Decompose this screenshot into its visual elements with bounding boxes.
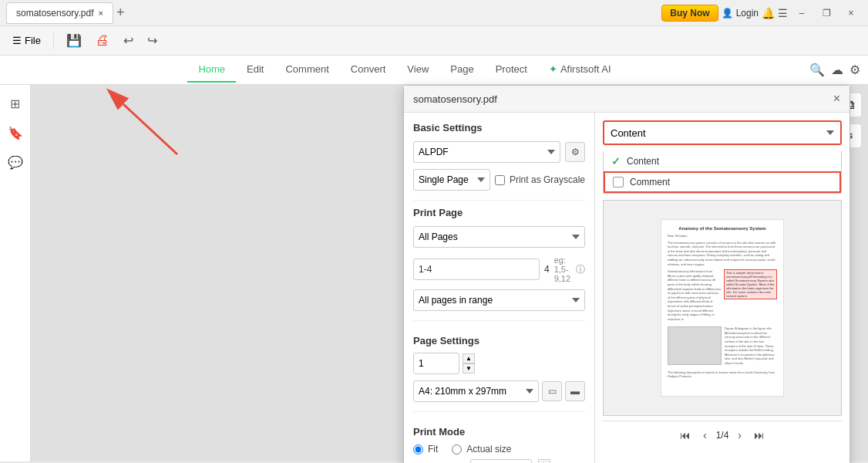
copies-input[interactable]	[413, 353, 459, 374]
page-view-select[interactable]: Single Page	[413, 169, 490, 191]
page-view-row: Single Page Print as Grayscale	[413, 169, 585, 191]
preview-doc-title: Anatomy of the Somatosensory System	[668, 226, 777, 231]
print-dialog: somatosensory.pdf × Basic Settings ALPDF…	[403, 85, 850, 463]
new-tab-button[interactable]: +	[113, 5, 128, 21]
content-item-label: Content	[627, 156, 659, 167]
preview-col1-text: Somatosensory Information from Motor-cor…	[668, 269, 721, 321]
printer-settings-icon[interactable]: ⚙	[565, 142, 585, 162]
preview-figure-row: Figure: A diagram in the figure title Me…	[668, 326, 777, 367]
basic-settings-title: Basic Settings	[413, 122, 585, 133]
dialog-title: somatosensory.pdf	[413, 93, 497, 105]
sidebar: ⊞ 🔖 💬	[0, 85, 31, 461]
minimize-button[interactable]: –	[791, 5, 812, 21]
percent-up-button[interactable]: ▲	[538, 459, 550, 463]
toolbar-separator	[53, 32, 54, 49]
fit-row: Fit Actual size	[413, 444, 585, 455]
comment-item[interactable]: Comment	[604, 171, 841, 193]
undo-button[interactable]: ↩	[119, 30, 138, 51]
print-mode-section: Print Mode Fit Actual size Custom	[413, 411, 585, 463]
next-page-button[interactable]: ›	[735, 428, 745, 443]
preview-footer-text: The following description is based on le…	[668, 370, 777, 379]
tab-close-icon[interactable]: ×	[99, 8, 103, 18]
file-menu-button[interactable]: ☰ File	[8, 32, 45, 49]
comment-item-label: Comment	[630, 177, 670, 188]
first-page-button[interactable]: ⏮	[677, 428, 694, 443]
svg-line-1	[123, 104, 177, 154]
cloud-icon[interactable]: ☁	[831, 63, 843, 77]
copies-down-button[interactable]: ▼	[463, 363, 475, 373]
prev-page-button[interactable]: ‹	[700, 428, 710, 443]
toolbar: ☰ File 💾 🖨 ↩ ↪	[0, 26, 868, 56]
tab-afirstsoft-ai[interactable]: ✦ Afirstsoft AI	[538, 57, 622, 83]
tab-edit[interactable]: Edit	[236, 57, 274, 83]
tab[interactable]: somatosensory.pdf ×	[6, 2, 113, 24]
page-preview: Anatomy of the Somatosensory System Dear…	[603, 200, 842, 416]
range-hint: eg: 1,5-9,12	[554, 255, 571, 283]
close-button[interactable]: ×	[840, 5, 862, 21]
preview-text-2: The somatosensory system consists of neu…	[668, 241, 777, 267]
redo-button[interactable]: ↪	[143, 30, 162, 51]
save-button[interactable]: 💾	[62, 30, 86, 51]
print-mode-title: Print Mode	[413, 426, 585, 438]
sidebar-icon-bookmark[interactable]: 🔖	[3, 120, 28, 145]
grayscale-checkbox[interactable]	[495, 175, 505, 185]
grayscale-row: Print as Grayscale	[495, 174, 585, 185]
portrait-icon[interactable]: ▭	[542, 381, 562, 401]
search-icon[interactable]: 🔍	[809, 63, 825, 77]
page-navigation: ⏮ ‹ 1/4 › ⏭	[603, 421, 842, 449]
arrow-overlay	[77, 85, 200, 162]
settings-icon[interactable]: ⚙	[849, 63, 860, 77]
range-input[interactable]	[413, 259, 540, 280]
menu-bar-right: 🔍 ☁ ⚙	[809, 63, 868, 77]
all-pages-select[interactable]: All Pages	[413, 226, 585, 248]
info-icon[interactable]: ⓘ	[576, 263, 585, 276]
bell-icon[interactable]: 🔔	[762, 7, 775, 19]
tab-page[interactable]: Page	[439, 57, 484, 83]
login-label: Login	[736, 8, 759, 19]
preview-columns: Somatosensory Information from Motor-cor…	[668, 269, 777, 323]
last-page-button[interactable]: ⏭	[751, 428, 768, 443]
menu-bar: Home Edit Comment Convert View Page Prot…	[0, 56, 868, 85]
print-page-section: Print Page All Pages 4 eg: 1,5-9,12 ⓘ	[413, 200, 585, 311]
page-settings-title: Page Settings	[413, 335, 585, 346]
app-body: ⊞ 🔖 💬 ⧉ ≡ somatosensory.pdf ×	[0, 85, 868, 461]
page-settings-section: Page Settings ▲ ▼ A4: 210mm x 297mm	[413, 320, 585, 402]
tab-comment[interactable]: Comment	[274, 57, 339, 83]
subset-select[interactable]: All pages in range	[413, 289, 585, 311]
content-select[interactable]: Content	[603, 120, 842, 145]
tab-view[interactable]: View	[396, 57, 439, 83]
fit-radio[interactable]	[413, 444, 423, 455]
login-button[interactable]: 👤 Login	[722, 8, 759, 19]
preview-text-1: Dear Scholars,	[668, 234, 777, 238]
tab-filename: somatosensory.pdf	[16, 8, 94, 19]
page-size-select[interactable]: A4: 210mm x 297mm	[413, 380, 539, 402]
dialog-header: somatosensory.pdf ×	[404, 86, 849, 113]
hamburger-icon[interactable]: ☰	[778, 7, 788, 19]
buy-now-button[interactable]: Buy Now	[661, 5, 718, 22]
right-panel: Content ✓ Content Comment	[595, 113, 849, 463]
custom-percent-input[interactable]	[470, 459, 532, 463]
printer-select[interactable]: ALPDF	[413, 141, 560, 163]
range-row: 4 eg: 1,5-9,12 ⓘ	[413, 255, 585, 283]
print-toolbar-button[interactable]: 🖨	[91, 29, 114, 52]
menu-hamburger-icon: ☰	[12, 35, 22, 46]
ai-star-icon: ✦	[549, 63, 557, 75]
sidebar-icon-comment[interactable]: 💬	[3, 150, 28, 174]
actual-size-radio[interactable]	[452, 444, 462, 455]
dialog-close-button[interactable]: ×	[833, 92, 840, 106]
preview-col-2: This is sample document in somatosensory…	[724, 269, 777, 323]
preview-col-1: Somatosensory Information from Motor-cor…	[668, 269, 721, 323]
tab-home[interactable]: Home	[187, 57, 236, 83]
sidebar-icon-panel[interactable]: ⊞	[3, 91, 28, 116]
copies-up-button[interactable]: ▲	[463, 353, 475, 363]
preview-caption-text: Figure: A diagram in the figure title Me…	[725, 326, 777, 365]
content-item[interactable]: ✓ Content	[604, 151, 841, 171]
tab-protect[interactable]: Protect	[485, 57, 538, 83]
grayscale-label: Print as Grayscale	[510, 174, 585, 185]
maximize-button[interactable]: ❐	[816, 5, 837, 21]
custom-row: Custom ▲ ▼	[413, 459, 585, 463]
preview-highlighted-text: This is sample document in somatosensory…	[724, 269, 777, 299]
landscape-icon[interactable]: ▬	[565, 381, 585, 401]
title-bar: somatosensory.pdf × + Buy Now 👤 Login 🔔 …	[0, 0, 868, 26]
tab-convert[interactable]: Convert	[340, 57, 397, 83]
